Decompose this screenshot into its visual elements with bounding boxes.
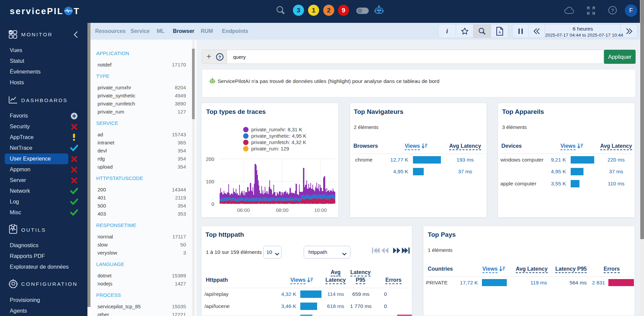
svg-text:?: ? [219,55,221,60]
svg-text:A: A [498,31,501,34]
svg-text:?: ? [611,7,614,13]
